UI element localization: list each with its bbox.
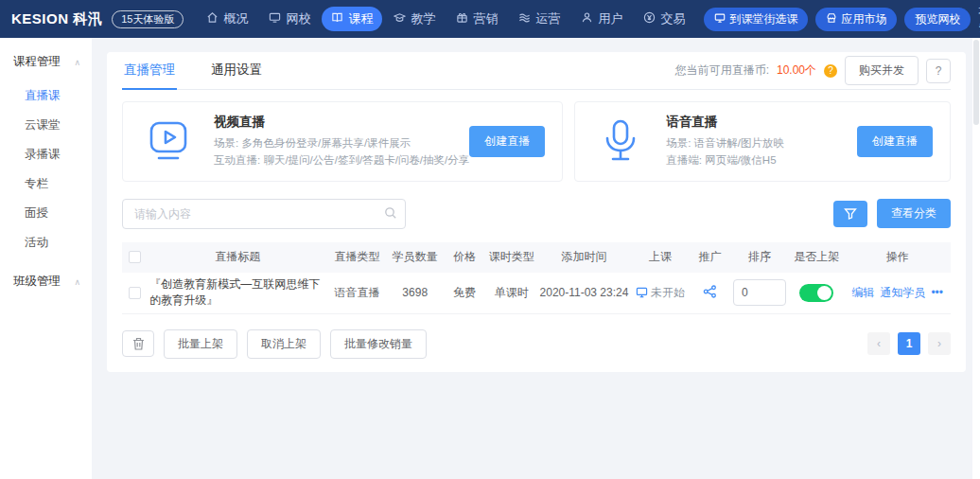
nav-label: 营销 xyxy=(473,10,498,27)
bulk-actions-row: 批量上架 取消上架 批量修改销量 ‹ 1 › xyxy=(122,329,951,359)
sidebar-item-column[interactable]: 专栏 xyxy=(0,169,92,199)
home-icon xyxy=(206,11,219,27)
chevron-up-icon: ∧ xyxy=(74,277,80,287)
top-navigation-bar: KESION 科汛 15天体验版 概况 网校 课程 教学 营销 xyxy=(0,0,980,38)
app-window: KESION 科汛 15天体验版 概况 网校 课程 教学 营销 xyxy=(0,0,980,479)
nav-label: 运营 xyxy=(535,10,560,27)
voice-live-card: 语音直播 场景: 语音讲解/图片放映 直播端: 网页端/微信H5 创建直播 xyxy=(574,101,951,182)
monitor-icon xyxy=(636,287,648,298)
delete-button[interactable] xyxy=(122,330,154,357)
nav-item-overview[interactable]: 概况 xyxy=(197,7,257,31)
classroom-street-button[interactable]: 到课堂街选课 xyxy=(704,8,808,31)
search-input[interactable] xyxy=(122,199,406,229)
search-icon[interactable] xyxy=(384,206,397,223)
video-live-card: 视频直播 场景: 多角色身份登录/屏幕共享/课件展示 互动直播: 聊天/提问/公… xyxy=(122,101,563,182)
help-button[interactable]: ? xyxy=(926,59,951,83)
tab-general-settings[interactable]: 通用设置 xyxy=(209,52,264,90)
search-box xyxy=(122,199,406,229)
sidebar: 课程管理 ∧ 直播课 云课堂 录播课 专栏 面授 活动 班级管理 ∧ xyxy=(0,38,92,479)
col-class: 上课 xyxy=(631,249,690,265)
next-page-button[interactable]: › xyxy=(928,332,951,355)
preview-school-button[interactable]: 预览网校 xyxy=(904,8,971,31)
nav-label: 课程 xyxy=(348,10,373,27)
nav-item-users[interactable]: 用户 xyxy=(571,7,632,31)
sidebar-item-face-to-face[interactable]: 面授 xyxy=(0,199,92,228)
nav-item-teaching[interactable]: 教学 xyxy=(384,7,445,31)
buy-concurrency-button[interactable]: 购买并发 xyxy=(845,56,919,85)
scrollbar-track[interactable] xyxy=(972,38,980,479)
tabs-row: 直播管理 通用设置 您当前可用直播币: 10.00个 ? 购买并发 ? xyxy=(122,52,951,90)
app-market-button[interactable]: 应用市场 xyxy=(815,8,897,31)
row-checkbox[interactable] xyxy=(129,287,141,299)
live-course-table: 直播标题 直播类型 学员数量 价格 课时类型 添加时间 上课 推广 排序 是否上… xyxy=(122,242,951,314)
scrollbar-thumb[interactable] xyxy=(973,40,979,125)
sidebar-item-live-course[interactable]: 直播课 xyxy=(0,81,92,111)
create-voice-live-button[interactable]: 创建直播 xyxy=(857,126,933,157)
nav-item-course[interactable]: 课程 xyxy=(322,7,382,31)
edit-link[interactable]: 编辑 xyxy=(851,285,874,301)
select-all-checkbox[interactable] xyxy=(129,251,141,263)
credit-area: 您当前可用直播币: 10.00个 ? 购买并发 ? xyxy=(675,56,951,85)
col-added-time: 添加时间 xyxy=(537,249,631,265)
prev-page-button[interactable]: ‹ xyxy=(867,332,890,355)
live-management-panel: 直播管理 通用设置 您当前可用直播币: 10.00个 ? 购买并发 ? xyxy=(107,52,966,372)
card-line-1: 场景: 多角色身份登录/屏幕共享/课件展示 xyxy=(214,135,469,152)
sidebar-group-class-management[interactable]: 班级管理 ∧ xyxy=(0,257,92,301)
card-body: 视频直播 场景: 多角色身份登录/屏幕共享/课件展示 互动直播: 聊天/提问/公… xyxy=(214,114,469,169)
sidebar-item-recorded-course[interactable]: 录播课 xyxy=(0,140,92,169)
topbar-right: 到课堂街选课 应用市场 预览网校 增值服务 ∨ 展开« xyxy=(704,3,980,35)
col-title: 直播标题 xyxy=(148,249,327,265)
tab-live-management[interactable]: 直播管理 xyxy=(122,52,177,90)
bulk-edit-sales-button[interactable]: 批量修改销量 xyxy=(330,329,427,359)
main-nav: 概况 网校 课程 教学 营销 运营 xyxy=(197,7,694,31)
share-icon[interactable] xyxy=(703,285,717,301)
filter-button[interactable] xyxy=(833,201,867,227)
nav-label: 用户 xyxy=(598,10,622,27)
row-price: 免费 xyxy=(444,285,486,301)
search-row: 查看分类 xyxy=(122,199,951,229)
col-sort: 排序 xyxy=(730,249,789,265)
help-circle-icon[interactable]: ? xyxy=(824,64,837,78)
col-price: 价格 xyxy=(444,249,486,265)
on-shelf-toggle[interactable] xyxy=(799,284,833,302)
trial-version-badge: 15天体验版 xyxy=(112,10,184,28)
notify-students-link[interactable]: 通知学员 xyxy=(880,285,925,301)
view-category-button[interactable]: 查看分类 xyxy=(877,199,951,228)
sidebar-group-course-management[interactable]: 课程管理 ∧ xyxy=(0,38,92,81)
nav-label: 交易 xyxy=(660,10,685,27)
sidebar-item-activity[interactable]: 活动 xyxy=(0,228,92,257)
sidebar-item-cloud-classroom[interactable]: 云课堂 xyxy=(0,111,92,140)
class-status[interactable]: 未开始 xyxy=(636,285,685,301)
more-actions-icon[interactable]: ••• xyxy=(931,286,943,299)
page-1-button[interactable]: 1 xyxy=(898,332,920,355)
row-type: 语音直播 xyxy=(327,285,386,301)
bulk-shelf-button[interactable]: 批量上架 xyxy=(164,329,237,359)
bulk-unshelf-button[interactable]: 取消上架 xyxy=(247,329,321,359)
create-video-live-button[interactable]: 创建直播 xyxy=(469,126,545,157)
nav-label: 网校 xyxy=(286,10,310,27)
video-play-icon xyxy=(123,120,214,162)
operation-icon xyxy=(518,11,531,27)
col-students: 学员数量 xyxy=(387,249,444,265)
content-area: 直播管理 通用设置 您当前可用直播币: 10.00个 ? 购买并发 ? xyxy=(92,38,980,479)
card-line-1: 场景: 语音讲解/图片放映 xyxy=(666,135,857,152)
row-lesson-type: 单课时 xyxy=(486,285,537,301)
trade-icon xyxy=(643,11,656,27)
teaching-icon xyxy=(394,11,406,27)
group-title-label: 课程管理 xyxy=(13,54,61,70)
sort-order-input[interactable] xyxy=(733,279,786,306)
class-status-label: 未开始 xyxy=(651,285,685,301)
nav-item-trade[interactable]: 交易 xyxy=(634,7,694,31)
nav-item-marketing[interactable]: 营销 xyxy=(446,7,507,31)
pill-label: 预览网校 xyxy=(915,11,960,27)
nav-item-operations[interactable]: 运营 xyxy=(509,7,569,31)
table-header-row: 直播标题 直播类型 学员数量 价格 课时类型 添加时间 上课 推广 排序 是否上… xyxy=(122,242,951,273)
nav-label: 概况 xyxy=(223,10,248,27)
pagination: ‹ 1 › xyxy=(867,332,951,355)
nav-item-school[interactable]: 网校 xyxy=(259,7,320,31)
users-icon xyxy=(581,11,593,27)
col-type: 直播类型 xyxy=(327,249,386,265)
app-logo: KESION 科汛 xyxy=(11,10,102,28)
pill-label: 到课堂街选课 xyxy=(729,11,797,27)
course-icon xyxy=(331,11,343,27)
